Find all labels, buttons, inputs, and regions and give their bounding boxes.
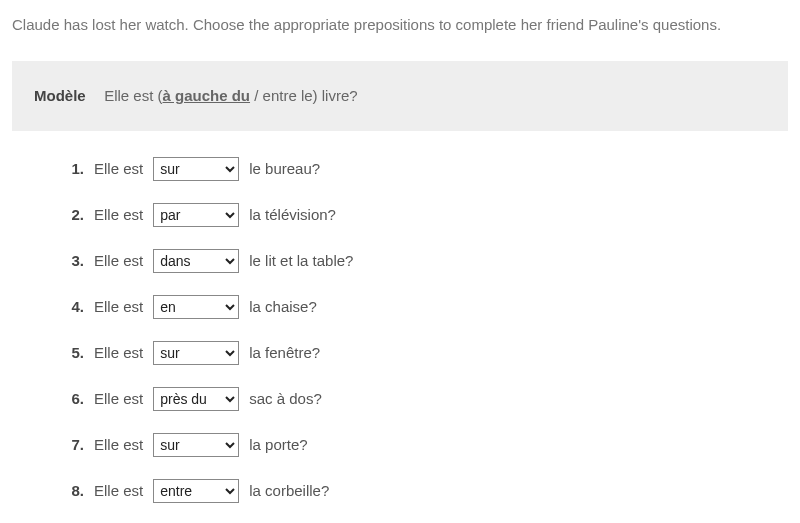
question-stem: Elle est bbox=[94, 298, 143, 315]
question-tail: la corbeille? bbox=[249, 482, 329, 499]
preposition-select[interactable]: surpardansenprès duentreà gauche duderri… bbox=[153, 249, 239, 273]
question-stem: Elle est bbox=[94, 436, 143, 453]
question-tail: le bureau? bbox=[249, 160, 320, 177]
preposition-select[interactable]: surpardansenprès duentreà gauche duderri… bbox=[153, 479, 239, 503]
question-row: 8.Elle estsurpardansenprès duentreà gauc… bbox=[68, 479, 788, 503]
question-number: 7. bbox=[68, 436, 84, 453]
question-row: 1.Elle estsurpardansenprès duentreà gauc… bbox=[68, 157, 788, 181]
question-tail: la fenêtre? bbox=[249, 344, 320, 361]
question-row: 3.Elle estsurpardansenprès duentreà gauc… bbox=[68, 249, 788, 273]
question-tail: la télévision? bbox=[249, 206, 336, 223]
question-number: 4. bbox=[68, 298, 84, 315]
question-tail: la chaise? bbox=[249, 298, 317, 315]
question-tail: sac à dos? bbox=[249, 390, 322, 407]
question-stem: Elle est bbox=[94, 344, 143, 361]
question-row: 7.Elle estsurpardansenprès duentreà gauc… bbox=[68, 433, 788, 457]
question-tail: le lit et la table? bbox=[249, 252, 353, 269]
question-stem: Elle est bbox=[94, 206, 143, 223]
instructions-text: Claude has lost her watch. Choose the ap… bbox=[12, 14, 788, 37]
question-tail: la porte? bbox=[249, 436, 307, 453]
question-row: 5.Elle estsurpardansenprès duentreà gauc… bbox=[68, 341, 788, 365]
question-row: 4.Elle estsurpardansenprès duentreà gauc… bbox=[68, 295, 788, 319]
question-number: 2. bbox=[68, 206, 84, 223]
question-number: 6. bbox=[68, 390, 84, 407]
preposition-select[interactable]: surpardansenprès duentreà gauche duderri… bbox=[153, 157, 239, 181]
preposition-select[interactable]: surpardansenprès duentreà gauche duderri… bbox=[153, 387, 239, 411]
preposition-select[interactable]: surpardansenprès duentreà gauche duderri… bbox=[153, 433, 239, 457]
question-number: 3. bbox=[68, 252, 84, 269]
question-number: 8. bbox=[68, 482, 84, 499]
preposition-select[interactable]: surpardansenprès duentreà gauche duderri… bbox=[153, 203, 239, 227]
model-sentence: Elle est (à gauche du / entre le) livre? bbox=[104, 87, 357, 104]
model-label: Modèle bbox=[34, 87, 86, 104]
model-wrong: entre le bbox=[263, 87, 313, 104]
question-stem: Elle est bbox=[94, 252, 143, 269]
preposition-select[interactable]: surpardansenprès duentreà gauche duderri… bbox=[153, 341, 239, 365]
question-row: 2.Elle estsurpardansenprès duentreà gauc… bbox=[68, 203, 788, 227]
question-number: 1. bbox=[68, 160, 84, 177]
model-sep: / bbox=[250, 87, 263, 104]
question-list: 1.Elle estsurpardansenprès duentreà gauc… bbox=[12, 157, 788, 503]
preposition-select[interactable]: surpardansenprès duentreà gauche duderri… bbox=[153, 295, 239, 319]
model-before: Elle est ( bbox=[104, 87, 162, 104]
question-stem: Elle est bbox=[94, 482, 143, 499]
model-box: Modèle Elle est (à gauche du / entre le)… bbox=[12, 61, 788, 131]
model-after: ) livre? bbox=[313, 87, 358, 104]
model-correct: à gauche du bbox=[163, 87, 251, 104]
question-stem: Elle est bbox=[94, 390, 143, 407]
question-number: 5. bbox=[68, 344, 84, 361]
question-row: 6.Elle estsurpardansenprès duentreà gauc… bbox=[68, 387, 788, 411]
question-stem: Elle est bbox=[94, 160, 143, 177]
